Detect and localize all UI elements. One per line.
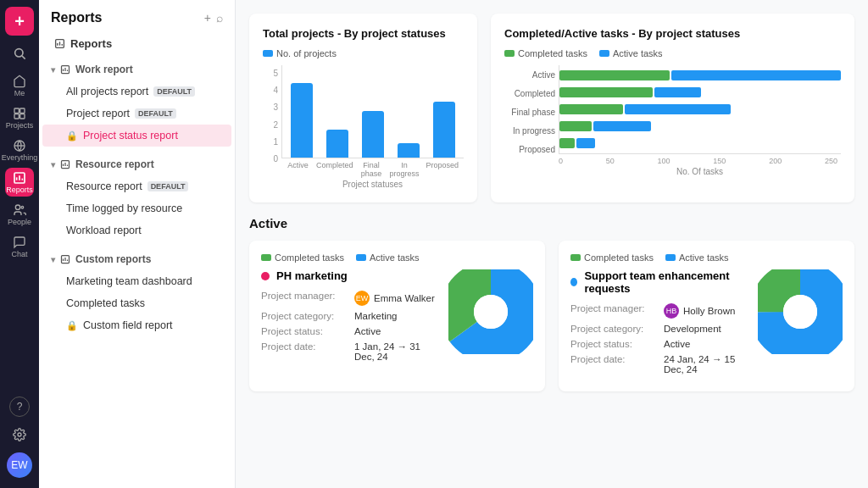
sidebar-section-resource-header[interactable]: ▾ Resource report (39, 153, 235, 175)
sidebar-section-work-header[interactable]: ▾ Work report (39, 58, 235, 80)
sidebar-section-resource: ▾ Resource report Resource report DEFAUL… (39, 150, 235, 245)
support-project-name: Support team enhancement requests (584, 269, 748, 295)
hbar-proposed-completed (559, 138, 575, 148)
chart1-title: Total projects - By project statuses (263, 27, 464, 40)
sidebar-item-resource-report[interactable]: Resource report DEFAULT (42, 175, 231, 197)
everything-label: Everything (2, 153, 38, 162)
chart2-x-labels: 0 50 100 150 200 250 (559, 157, 841, 165)
svg-point-12 (15, 205, 19, 209)
search-button[interactable] (5, 39, 34, 68)
everything-button[interactable]: Everything (5, 136, 34, 164)
project-report-badge: DEFAULT (135, 108, 176, 119)
ph-manager-avatar: EW (354, 291, 370, 306)
people-button[interactable]: People (5, 200, 34, 229)
chart2-y-labels: Active Completed Final phase In progress… (504, 65, 555, 176)
svg-point-13 (21, 206, 24, 208)
project-report-label: Project report (66, 108, 130, 119)
chat-label: Chat (11, 250, 27, 258)
xlabel-completed: Completed (316, 158, 353, 178)
sidebar-item-reports-top[interactable]: Reports (42, 32, 231, 55)
sidebar-header: Reports + ⌕ (39, 0, 235, 32)
workload-label: Workload report (66, 225, 142, 236)
chart2-bars-area: 0 50 100 150 200 250 No. Of tasks (559, 65, 841, 176)
chart-icon-work (60, 64, 70, 75)
sidebar-add-icon[interactable]: + (204, 11, 211, 25)
sidebar-section-custom-header[interactable]: ▾ Custom reports (39, 248, 235, 270)
sidebar-section-work: ▾ Work report All projects report DEFAUL… (39, 55, 235, 150)
support-dot (570, 278, 577, 286)
chart1-legend: No. of projects (263, 48, 464, 58)
ph-pie-wrapper (448, 269, 533, 354)
add-button[interactable]: + (5, 7, 34, 36)
chart2-legend-label-completed: Completed tasks (518, 48, 587, 58)
ph-dot (261, 272, 270, 280)
support-manager-value: HB Holly Brown (664, 303, 735, 319)
chart1-legend-dot (263, 50, 273, 57)
project-status-label: Project status report (83, 130, 178, 141)
chart2-title: Completed/Active tasks - By project stat… (504, 27, 841, 40)
chart2-legend-completed: Completed tasks (504, 48, 587, 58)
sidebar-item-project-status[interactable]: 🔒 Project status report (42, 125, 231, 147)
support-category-value: Development (664, 324, 721, 334)
sidebar-item-custom-field[interactable]: 🔒 Custom field report (42, 314, 231, 336)
bar-final-phase (359, 111, 387, 158)
chat-button[interactable]: Chat (5, 232, 34, 261)
sidebar-item-time-logged[interactable]: Time logged by resource (42, 197, 231, 219)
all-projects-badge: DEFAULT (153, 86, 195, 97)
hbar-inprogress-completed (559, 121, 592, 131)
ph-legend-active: Active tasks (356, 252, 420, 263)
resource-report-badge: DEFAULT (147, 181, 189, 191)
help-button[interactable]: ? (9, 396, 30, 417)
support-status-value: Active (664, 339, 690, 349)
main-content: Total projects - By project statuses No.… (236, 0, 868, 488)
active-section-title: Active (249, 216, 854, 230)
support-manager-name: Holly Brown (683, 306, 735, 316)
ph-date-value: 1 Jan, 24 → 31 Dec, 24 (354, 341, 438, 362)
sidebar-item-workload[interactable]: Workload report (42, 219, 231, 241)
project-card-support: Completed tasks Active tasks Support tea… (559, 241, 854, 391)
svg-rect-5 (20, 114, 25, 118)
svg-point-33 (474, 295, 508, 329)
chart2-legend-label-active: Active tasks (613, 48, 663, 58)
sidebar-item-marketing-dashboard[interactable]: Marketing team dashboard (42, 270, 231, 292)
hbar-final-completed (559, 104, 623, 114)
resource-report-label: Resource report (75, 158, 154, 170)
marketing-dashboard-label: Marketing team dashboard (66, 275, 192, 287)
sidebar-item-completed-tasks[interactable]: Completed tasks (42, 292, 231, 314)
reports-nav-label: Reports (6, 186, 33, 194)
reports-button[interactable]: Reports (5, 168, 34, 197)
ph-manager-row: Project manager: EW Emma Walker (261, 291, 438, 306)
support-project-info: Support team enhancement requests Projec… (570, 269, 748, 380)
hbar-active-completed (559, 70, 670, 80)
sidebar-section-custom: ▾ Custom reports Marketing team dashboar… (39, 245, 235, 340)
sidebar-item-project-report[interactable]: Project report DEFAULT (42, 103, 231, 125)
xlabel-final: Final phase (360, 158, 383, 178)
bar-final-phase-rect (362, 111, 384, 158)
project-card-ph-marketing: Completed tasks Active tasks PH marketin… (249, 241, 545, 391)
bar-proposed-rect (433, 102, 455, 158)
sidebar-search-icon[interactable]: ⌕ (216, 11, 223, 25)
projects-button[interactable]: Projects (5, 103, 34, 132)
ph-status-row: Project status: Active (261, 326, 438, 336)
ph-project-name: PH marketing (276, 269, 348, 282)
chart1-x-title: Project statuses (281, 180, 464, 189)
support-category-row: Project category: Development (570, 324, 748, 334)
hbar-completed-active (654, 87, 701, 97)
home-button[interactable]: Me (5, 71, 34, 100)
user-avatar[interactable]: EW (7, 452, 32, 478)
work-report-label: Work report (75, 64, 133, 75)
chart-completed-active: Completed/Active tasks - By project stat… (491, 14, 854, 202)
hbar-row-final (559, 104, 841, 114)
bar-active (287, 83, 316, 158)
svg-rect-2 (14, 108, 19, 113)
svg-line-1 (22, 56, 25, 59)
ph-manager-value: EW Emma Walker (354, 291, 435, 306)
icon-bar: + Me Projects Everything Reports People … (0, 0, 39, 488)
settings-button[interactable] (5, 420, 34, 449)
time-logged-label: Time logged by resource (66, 202, 182, 214)
charts-grid-top: Total projects - By project statuses No.… (249, 14, 854, 202)
bar-completed-rect (326, 130, 348, 158)
custom-field-label: Custom field report (83, 319, 173, 331)
sidebar-item-all-projects[interactable]: All projects report DEFAULT (42, 80, 231, 103)
resource-report-item-label: Resource report (66, 180, 142, 192)
